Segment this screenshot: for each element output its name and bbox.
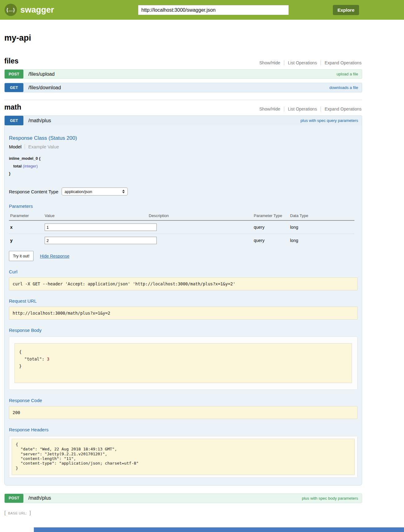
- parameters-heading: Parameters: [9, 204, 358, 209]
- curl-heading: Curl: [9, 269, 358, 274]
- list-operations-link[interactable]: List Operations: [284, 60, 321, 65]
- parameter-x-input[interactable]: [45, 224, 157, 231]
- parameter-description: [147, 220, 252, 234]
- parameter-row-x: x query long: [9, 220, 354, 234]
- get-method-badge: GET: [5, 116, 23, 125]
- parameter-name: x: [9, 220, 43, 234]
- endpoint-expanded-math-plus-get: GET /math/plus plus with spec query para…: [4, 115, 362, 486]
- endpoint-summary-link[interactable]: plus with spec query parameters: [301, 118, 358, 123]
- operation-panel: Response Class (Status 200) Model Exampl…: [5, 125, 362, 485]
- tab-model[interactable]: Model: [9, 144, 25, 149]
- parameter-y-input[interactable]: [45, 237, 157, 244]
- files-section-controls: Show/Hide List Operations Expand Operati…: [256, 60, 362, 65]
- col-parameter-type: Parameter Type: [252, 212, 289, 220]
- bottom-blue-bar: [34, 527, 404, 532]
- get-method-badge: GET: [5, 83, 23, 92]
- page-content: my-api files Show/Hide List Operations E…: [0, 33, 404, 516]
- response-class-tabs: Model Example Value: [9, 144, 358, 149]
- curl-command-block: curl -X GET --header 'Accept: applicatio…: [9, 277, 358, 290]
- parameters-header-row: Parameter Value Description Parameter Ty…: [9, 212, 354, 220]
- try-it-out-button[interactable]: Try it out!: [9, 251, 34, 261]
- math-section-controls: Show/Hide List Operations Expand Operati…: [256, 107, 362, 111]
- endpoint-row-files-download[interactable]: GET /files/download downloads a file: [4, 83, 362, 92]
- swagger-logo[interactable]: {…} swagger: [5, 4, 54, 16]
- response-code-heading: Response Code: [9, 398, 358, 403]
- math-section-header: math Show/Hide List Operations Expand Op…: [4, 103, 362, 111]
- response-body-container: { "total": 3 }: [9, 337, 358, 390]
- parameter-type: query: [252, 234, 289, 247]
- model-close: }: [9, 170, 358, 178]
- endpoint-summary-link[interactable]: plus with spec body parameters: [302, 496, 358, 501]
- hide-response-link[interactable]: Hide Response: [40, 254, 70, 259]
- col-description: Description: [147, 212, 252, 220]
- response-body-open: {: [19, 349, 347, 356]
- model-property: total (integer): [9, 163, 358, 170]
- endpoint-path[interactable]: /files/upload: [28, 71, 55, 77]
- endpoint-row-files-upload[interactable]: POST /files/upload upload a file: [4, 69, 362, 79]
- base-url-footer: [ BASE URL: ]: [4, 510, 362, 516]
- swagger-logo-text: swagger: [20, 5, 54, 15]
- endpoint-summary-link[interactable]: downloads a file: [329, 85, 358, 90]
- response-class-heading: Response Class (Status 200): [9, 135, 358, 141]
- response-body-block: { "total": 3 }: [14, 343, 352, 383]
- endpoint-row-math-plus-post[interactable]: POST /math/plus plus with spec body para…: [4, 494, 362, 503]
- list-operations-link[interactable]: List Operations: [284, 107, 321, 111]
- parameter-type: query: [252, 220, 289, 234]
- response-content-type-row: Response Content Type application/json: [9, 187, 358, 195]
- response-headers-heading: Response Headers: [9, 427, 358, 432]
- col-value: Value: [43, 212, 147, 220]
- parameters-table: Parameter Value Description Parameter Ty…: [9, 212, 354, 247]
- show-hide-link[interactable]: Show/Hide: [256, 60, 284, 65]
- base-url-label: BASE URL:: [7, 511, 28, 515]
- endpoint-summary-link[interactable]: upload a file: [337, 72, 358, 76]
- response-content-type-value: application/json: [65, 189, 92, 194]
- parameter-data-type: long: [289, 220, 354, 234]
- files-section-title[interactable]: files: [4, 57, 18, 65]
- response-content-type-label: Response Content Type: [9, 189, 59, 194]
- response-body-value: 3: [47, 357, 49, 361]
- endpoint-path[interactable]: /math/plus: [28, 495, 51, 501]
- expand-operations-link[interactable]: Expand Operations: [321, 107, 362, 111]
- parameter-description: [147, 234, 252, 247]
- base-url-bracket-open: [: [4, 510, 6, 516]
- section-divider: [4, 100, 362, 100]
- parameter-data-type: long: [289, 234, 354, 247]
- expand-operations-link[interactable]: Expand Operations: [321, 60, 362, 65]
- endpoint-path[interactable]: /files/download: [28, 85, 61, 91]
- response-body-key: "total":: [24, 357, 44, 361]
- response-code-block: 200: [9, 406, 358, 419]
- response-body-line: "total": 3: [19, 356, 347, 363]
- parameter-name: y: [9, 234, 43, 247]
- model-signature: inline_model_0 { total (integer) }: [9, 155, 358, 178]
- post-method-badge: POST: [5, 494, 23, 503]
- model-open: inline_model_0 {: [9, 155, 358, 163]
- files-section-header: files Show/Hide List Operations Expand O…: [4, 57, 362, 65]
- show-hide-link[interactable]: Show/Hide: [256, 107, 284, 111]
- response-body-heading: Response Body: [9, 328, 358, 333]
- tab-example-value[interactable]: Example Value: [25, 144, 59, 149]
- col-parameter: Parameter: [9, 212, 43, 220]
- col-data-type: Data Type: [289, 212, 354, 220]
- spec-url-input[interactable]: [138, 5, 289, 15]
- post-method-badge: POST: [5, 70, 23, 79]
- parameter-row-y: y query long: [9, 234, 354, 247]
- request-url-block: http://localhost:3000/math/plus?x=1&y=2: [9, 307, 358, 320]
- response-content-type-select[interactable]: application/json: [62, 187, 128, 195]
- model-property-name: total: [13, 164, 22, 168]
- math-section-title[interactable]: math: [4, 103, 21, 111]
- header-bar: {…} swagger Explore: [0, 0, 404, 20]
- endpoint-path[interactable]: /math/plus: [28, 118, 51, 123]
- response-body-close: }: [19, 363, 347, 370]
- model-property-type: (integer): [23, 164, 38, 168]
- endpoint-row-math-plus-get[interactable]: GET /math/plus plus with spec query para…: [5, 116, 362, 125]
- base-url-bracket-close: ]: [30, 510, 31, 516]
- response-headers-block: { "date": "Wed, 22 Aug 2018 18:49:13 GMT…: [12, 439, 355, 475]
- select-arrows-icon: [122, 190, 125, 193]
- explore-button[interactable]: Explore: [333, 5, 359, 15]
- request-url-heading: Request URL: [9, 298, 358, 304]
- page-title: my-api: [4, 33, 362, 43]
- try-it-out-row: Try it out! Hide Response: [9, 251, 358, 261]
- swagger-logo-icon: {…}: [5, 4, 17, 16]
- response-headers-container: { "date": "Wed, 22 Aug 2018 18:49:13 GMT…: [9, 436, 358, 478]
